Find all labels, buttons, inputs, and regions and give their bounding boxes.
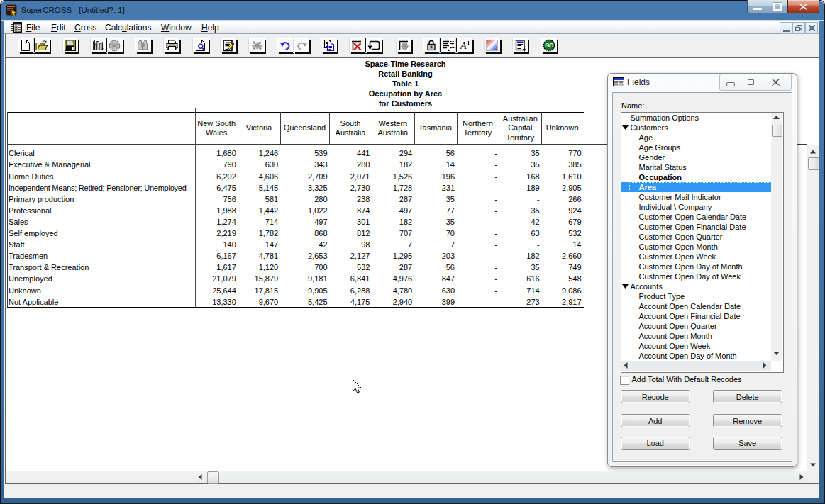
svg-text:GO: GO — [545, 42, 554, 49]
svg-text:A: A — [460, 40, 467, 51]
